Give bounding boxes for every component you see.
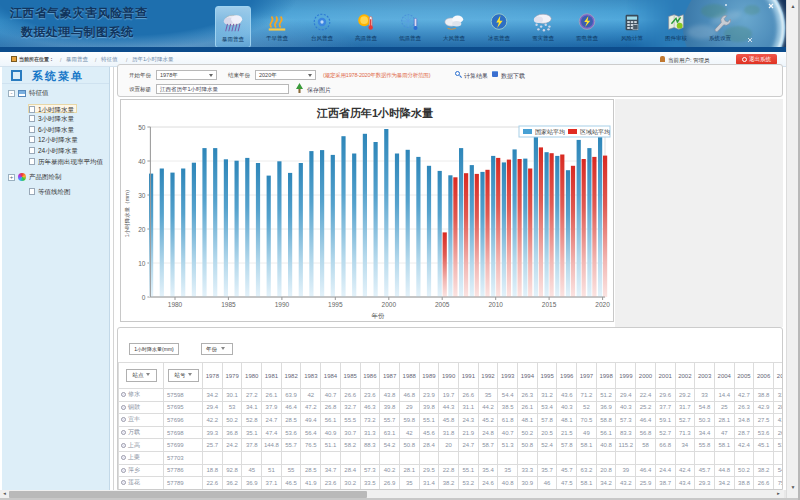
svg-text:40: 40	[138, 158, 146, 165]
svg-text:2000: 2000	[382, 301, 397, 308]
svg-text:2015: 2015	[542, 301, 557, 308]
svg-text:30: 30	[138, 192, 146, 199]
svg-text:2005: 2005	[435, 301, 450, 308]
svg-text:50: 50	[138, 124, 146, 131]
svg-text:1小时降水量（mm）: 1小时降水量（mm）	[124, 187, 130, 238]
svg-text:1990: 1990	[275, 301, 290, 308]
svg-text:年份: 年份	[372, 312, 386, 320]
svg-text:1980: 1980	[168, 301, 183, 308]
svg-text:区域站平均: 区域站平均	[580, 128, 610, 136]
svg-text:2020: 2020	[595, 301, 610, 308]
svg-text:10: 10	[138, 260, 146, 267]
svg-text:1985: 1985	[221, 301, 236, 308]
svg-text:国家站平均: 国家站平均	[535, 128, 565, 136]
svg-text:2010: 2010	[488, 301, 503, 308]
svg-text:1995: 1995	[328, 301, 343, 308]
svg-text:20: 20	[138, 226, 146, 233]
svg-text:0: 0	[142, 294, 146, 301]
